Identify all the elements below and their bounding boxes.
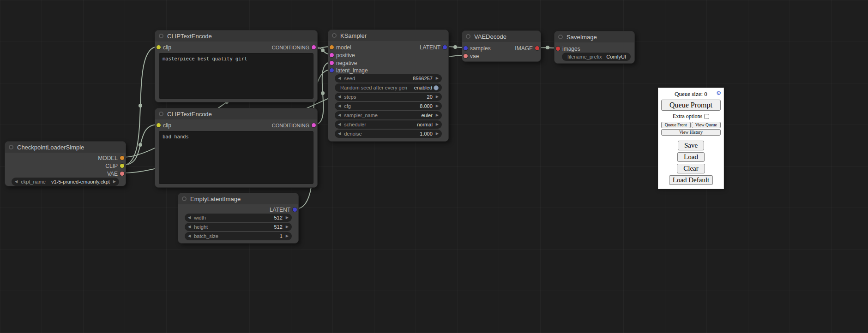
node-empty-latent-image[interactable]: EmptyLatentImage LATENT ◀ width 512 ▶ ◀ …: [178, 193, 299, 244]
widget-sampler-name[interactable]: ◀ sampler_name euler ▶: [335, 111, 442, 119]
node-collapse-icon[interactable]: [182, 196, 187, 201]
settings-gear-icon[interactable]: ⚙: [716, 90, 721, 96]
queue-prompt-button[interactable]: Queue Prompt: [661, 100, 721, 111]
model-port-icon[interactable]: [330, 45, 334, 49]
latent-port-icon[interactable]: [330, 68, 334, 72]
load-default-button[interactable]: Load Default: [669, 175, 713, 185]
widget-ckpt-name[interactable]: ◀ ckpt_name v1-5-pruned-emaonly.ckpt ▶: [12, 178, 119, 186]
load-button[interactable]: Load: [677, 152, 705, 162]
image-port-icon[interactable]: [535, 46, 539, 50]
increment-arrow-icon[interactable]: ▶: [436, 123, 439, 126]
vae-port-icon[interactable]: [120, 172, 124, 176]
node-collapse-icon[interactable]: [332, 33, 337, 38]
input-slot-model[interactable]: model: [330, 44, 351, 51]
increment-arrow-icon[interactable]: ▶: [436, 132, 439, 136]
node-ksampler[interactable]: KSampler model positive negative latent_…: [328, 30, 449, 142]
increment-arrow-icon[interactable]: ▶: [436, 77, 439, 80]
widget-height[interactable]: ◀ height 512 ▶: [185, 223, 292, 231]
clear-button[interactable]: Clear: [677, 164, 705, 173]
conditioning-port-icon[interactable]: [330, 61, 334, 65]
model-port-icon[interactable]: [120, 156, 124, 160]
output-slot-vae[interactable]: VAE: [107, 170, 124, 177]
decrement-arrow-icon[interactable]: ◀: [188, 216, 191, 220]
conditioning-port-icon[interactable]: [312, 45, 316, 49]
input-slot-clip[interactable]: clip: [157, 44, 171, 51]
latent-port-icon[interactable]: [464, 46, 468, 50]
increment-arrow-icon[interactable]: ▶: [436, 95, 439, 99]
toggle-knob-icon[interactable]: [434, 85, 439, 90]
widget-cfg[interactable]: ◀ cfg 8.000 ▶: [335, 102, 442, 110]
widget-steps[interactable]: ◀ steps 20 ▶: [335, 93, 442, 101]
increment-arrow-icon[interactable]: ▶: [436, 104, 439, 108]
node-title-bar[interactable]: CLIPTextEncode: [155, 108, 317, 119]
output-slot-latent[interactable]: LATENT: [270, 206, 297, 213]
node-title-bar[interactable]: SaveImage: [555, 31, 634, 42]
increment-arrow-icon[interactable]: ▶: [286, 234, 289, 238]
node-clip-text-encode-positive[interactable]: CLIPTextEncode clip CONDITIONING masterp…: [155, 30, 318, 102]
queue-front-button[interactable]: Queue Front: [661, 122, 691, 128]
input-slot-latent-image[interactable]: latent_image: [330, 67, 368, 74]
node-save-image[interactable]: SaveImage images filename_prefix ComfyUI: [554, 31, 635, 64]
clip-port-icon[interactable]: [157, 123, 161, 127]
node-collapse-icon[interactable]: [466, 34, 470, 39]
increment-arrow-icon[interactable]: ▶: [436, 113, 439, 117]
widget-batch-size[interactable]: ◀ batch_size 1 ▶: [185, 232, 292, 240]
widget-width[interactable]: ◀ width 512 ▶: [185, 214, 292, 222]
output-slot-conditioning[interactable]: CONDITIONING: [272, 122, 316, 129]
output-slot-image[interactable]: IMAGE: [515, 45, 539, 52]
view-queue-button[interactable]: View Queue: [692, 122, 721, 128]
clip-port-icon[interactable]: [120, 164, 124, 168]
decrement-arrow-icon[interactable]: ◀: [338, 132, 341, 136]
output-slot-latent[interactable]: LATENT: [420, 44, 447, 51]
node-collapse-icon[interactable]: [159, 112, 163, 116]
decrement-arrow-icon[interactable]: ◀: [188, 225, 191, 229]
input-slot-positive[interactable]: positive: [330, 52, 355, 59]
increment-arrow-icon[interactable]: ▶: [286, 225, 289, 229]
node-vae-decode[interactable]: VAEDecode samples vae IMAGE: [462, 30, 541, 62]
input-slot-negative[interactable]: negative: [330, 59, 357, 66]
node-title-bar[interactable]: CheckpointLoaderSimple: [5, 142, 126, 153]
decrement-arrow-icon[interactable]: ◀: [338, 113, 341, 117]
latent-port-icon[interactable]: [443, 45, 447, 49]
node-title-bar[interactable]: VAEDecode: [462, 31, 541, 42]
node-graph-canvas[interactable]: CheckpointLoaderSimple MODEL CLIP VAE ◀ …: [0, 0, 868, 333]
widget-seed[interactable]: ◀ seed 8566257 ▶: [335, 74, 442, 83]
decrement-arrow-icon[interactable]: ◀: [15, 180, 18, 184]
vae-port-icon[interactable]: [464, 54, 468, 58]
node-title-bar[interactable]: CLIPTextEncode: [155, 30, 317, 42]
view-history-button[interactable]: View History: [661, 129, 721, 136]
extra-options-checkbox[interactable]: [704, 114, 709, 119]
output-slot-clip[interactable]: CLIP: [105, 162, 124, 169]
input-slot-clip[interactable]: clip: [157, 122, 171, 129]
increment-arrow-icon[interactable]: ▶: [286, 216, 289, 220]
input-slot-images[interactable]: images: [556, 45, 580, 52]
clip-port-icon[interactable]: [157, 45, 161, 49]
node-clip-text-encode-negative[interactable]: CLIPTextEncode clip CONDITIONING bad han…: [155, 108, 318, 188]
input-slot-vae[interactable]: vae: [464, 53, 479, 59]
decrement-arrow-icon[interactable]: ◀: [338, 123, 341, 126]
image-port-icon[interactable]: [556, 47, 560, 51]
decrement-arrow-icon[interactable]: ◀: [338, 77, 341, 80]
widget-random-seed-toggle[interactable]: Random seed after every gen enabled: [335, 83, 442, 92]
widget-filename-prefix[interactable]: filename_prefix ComfyUI: [562, 53, 631, 61]
prompt-textarea[interactable]: bad hands: [159, 131, 313, 184]
node-title-bar[interactable]: EmptyLatentImage: [178, 193, 298, 204]
node-collapse-icon[interactable]: [9, 145, 13, 149]
output-slot-conditioning[interactable]: CONDITIONING: [272, 44, 316, 51]
node-checkpoint-loader[interactable]: CheckpointLoaderSimple MODEL CLIP VAE ◀ …: [5, 141, 126, 186]
conditioning-port-icon[interactable]: [312, 123, 316, 127]
widget-denoise[interactable]: ◀ denoise 1.000 ▶: [335, 130, 442, 138]
decrement-arrow-icon[interactable]: ◀: [188, 234, 191, 238]
prompt-textarea[interactable]: masterpiece best quality girl: [159, 53, 313, 99]
output-slot-model[interactable]: MODEL: [98, 155, 124, 161]
latent-port-icon[interactable]: [293, 208, 297, 212]
save-button[interactable]: Save: [678, 141, 704, 150]
widget-scheduler[interactable]: ◀ scheduler normal ▶: [335, 120, 442, 129]
conditioning-port-icon[interactable]: [330, 53, 334, 57]
input-slot-samples[interactable]: samples: [464, 45, 491, 52]
decrement-arrow-icon[interactable]: ◀: [338, 95, 341, 99]
decrement-arrow-icon[interactable]: ◀: [338, 104, 341, 108]
increment-arrow-icon[interactable]: ▶: [113, 180, 116, 184]
node-collapse-icon[interactable]: [558, 35, 563, 39]
node-collapse-icon[interactable]: [159, 34, 163, 38]
